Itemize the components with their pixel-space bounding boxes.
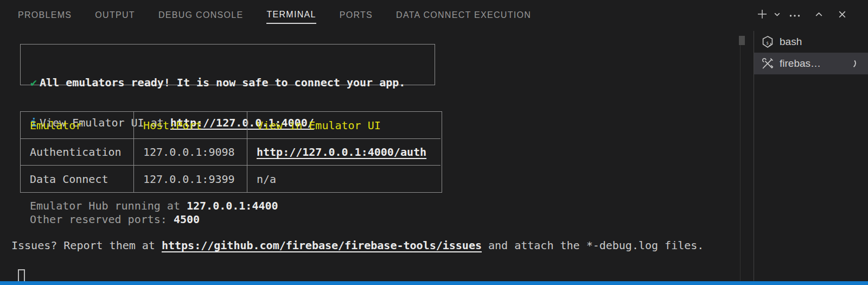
ports-line-text: Other reserved ports: xyxy=(30,213,174,226)
table-cell-emulator: Data Connect xyxy=(21,166,134,192)
tab-debug-console[interactable]: DEBUG CONSOLE xyxy=(158,7,244,23)
chevron-up-icon xyxy=(814,10,824,21)
emulators-table: Emulator Host:Port View in Emulator UI A… xyxy=(20,111,442,193)
auth-emulator-link[interactable]: http://127.0.0.1:4000/auth xyxy=(257,145,426,159)
github-issues-link[interactable]: https://github.com/firebase/firebase-too… xyxy=(162,239,482,252)
reserved-port: 4500 xyxy=(174,213,200,226)
table-cell-view: n/a xyxy=(247,166,441,192)
emulator-hub-line: Emulator Hub running at 127.0.0.1:4400 xyxy=(30,199,278,212)
issues-text: Issues? Report them at xyxy=(11,239,162,252)
loading-spinner-icon xyxy=(845,58,857,69)
svg-text:$: $ xyxy=(766,41,769,46)
hub-address: 127.0.0.1:4400 xyxy=(187,199,278,212)
panel-actions xyxy=(754,0,853,30)
table-header-host-port: Host:Port xyxy=(134,112,247,139)
terminal-bash-icon: $ xyxy=(761,35,774,48)
close-icon xyxy=(838,10,847,21)
tab-ports[interactable]: PORTS xyxy=(340,7,373,23)
table-cell-emulator: Authentication xyxy=(21,139,134,166)
maximize-panel-button[interactable] xyxy=(806,6,831,24)
terminal-tab-bash[interactable]: $ bash xyxy=(754,31,868,53)
terminal-scrollbar-track xyxy=(740,45,741,281)
new-terminal-button[interactable] xyxy=(754,6,770,24)
issues-suffix: and attach the *-debug.log files. xyxy=(482,239,704,252)
table-cell-view: http://127.0.0.1:4000/auth xyxy=(247,139,441,166)
terminal-scrollbar-thumb[interactable] xyxy=(739,36,745,45)
hub-line-text: Emulator Hub running at xyxy=(30,199,187,212)
terminal-tab-label: firebas… xyxy=(780,58,821,69)
table-cell-host-port: 127.0.0.1:9098 xyxy=(134,139,247,166)
tab-output[interactable]: OUTPUT xyxy=(95,7,135,23)
terminal-cursor xyxy=(18,269,25,282)
ready-line: ✔All emulators ready! It is now safe to … xyxy=(21,75,435,90)
table-header-view: View in Emulator UI xyxy=(247,112,441,139)
table-cell-host-port: 127.0.0.1:9399 xyxy=(134,166,247,192)
close-panel-button[interactable] xyxy=(831,6,853,24)
reserved-ports-line: Other reserved ports: 4500 xyxy=(30,213,200,226)
table-header-emulator: Emulator xyxy=(21,112,134,139)
terminal-tab-firebase[interactable]: firebas… xyxy=(754,53,868,74)
panel-focus-border xyxy=(0,281,868,285)
check-icon: ✔ xyxy=(21,75,40,90)
issues-line: Issues? Report them at https://github.co… xyxy=(11,239,704,252)
plus-icon xyxy=(756,8,768,22)
launch-profile-dropdown[interactable] xyxy=(770,6,783,24)
tab-problems[interactable]: PROBLEMS xyxy=(18,7,72,23)
panel-tabbar: PROBLEMS OUTPUT DEBUG CONSOLE TERMINAL P… xyxy=(0,0,868,30)
ready-message: All emulators ready! It is now safe to c… xyxy=(40,75,405,90)
more-actions-button[interactable] xyxy=(783,6,806,24)
chevron-down-icon xyxy=(774,10,781,20)
tab-terminal[interactable]: TERMINAL xyxy=(266,7,316,24)
ellipsis-icon xyxy=(789,10,801,20)
tab-data-connect-execution[interactable]: DATA CONNECT EXECUTION xyxy=(396,7,531,23)
terminal-tabs-list: $ bash firebas… xyxy=(754,31,868,74)
terminal-tab-label: bash xyxy=(780,36,802,48)
emulators-ready-box: ✔All emulators ready! It is now safe to … xyxy=(20,44,435,85)
tools-icon xyxy=(761,57,774,70)
